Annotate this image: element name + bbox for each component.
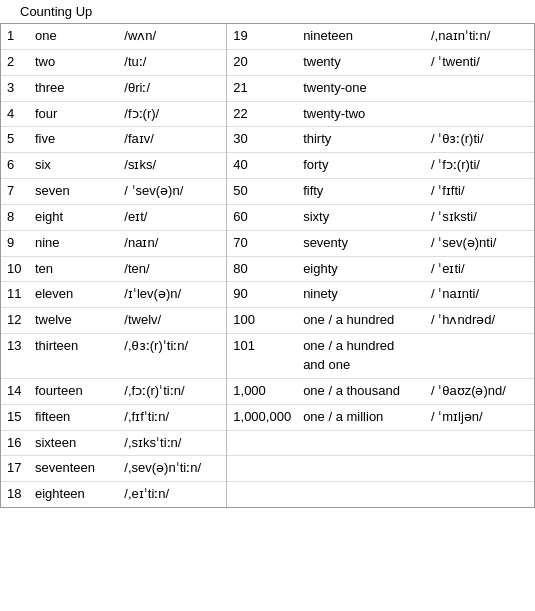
right-word: sixty [297, 204, 425, 230]
right-pronunciation: /,naɪnˈtiːn/ [425, 24, 534, 49]
table-row: 17 seventeen /,sev(ə)nˈtiːn/ [1, 456, 534, 482]
left-pronunciation: /,sɪksˈtiːn/ [118, 430, 226, 456]
table-row: 1 one /wʌn/ 19 nineteen /,naɪnˈtiːn/ [1, 24, 534, 49]
right-word [297, 430, 425, 456]
right-number: 101 [227, 334, 297, 379]
left-number: 16 [1, 430, 29, 456]
right-word: seventy [297, 230, 425, 256]
left-word: twelve [29, 308, 118, 334]
left-number: 15 [1, 404, 29, 430]
left-pronunciation: /tuː/ [118, 49, 226, 75]
right-pronunciation [425, 334, 534, 379]
left-pronunciation: /sɪks/ [118, 153, 226, 179]
right-word: twenty-two [297, 101, 425, 127]
left-word: eleven [29, 282, 118, 308]
left-word: seven [29, 179, 118, 205]
right-number: 100 [227, 308, 297, 334]
left-number: 12 [1, 308, 29, 334]
left-pronunciation: /twelv/ [118, 308, 226, 334]
right-pronunciation: / ˈfɔː(r)ti/ [425, 153, 534, 179]
right-pronunciation: / ˈθɜː(r)ti/ [425, 127, 534, 153]
right-word: thirty [297, 127, 425, 153]
right-number: 21 [227, 75, 297, 101]
left-pronunciation: /fɔː(r)/ [118, 101, 226, 127]
left-word: ten [29, 256, 118, 282]
right-pronunciation: / ˈsɪksti/ [425, 204, 534, 230]
left-number: 6 [1, 153, 29, 179]
left-number: 11 [1, 282, 29, 308]
left-number: 4 [1, 101, 29, 127]
table-row: 14 fourteen /,fɔː(r)ˈtiːn/ 1,000 one / a… [1, 378, 534, 404]
table-row: 9 nine /naɪn/ 70 seventy / ˈsev(ə)nti/ [1, 230, 534, 256]
left-number: 1 [1, 24, 29, 49]
left-pronunciation: /θriː/ [118, 75, 226, 101]
right-word: eighty [297, 256, 425, 282]
left-pronunciation: / ˈsev(ə)n/ [118, 179, 226, 205]
right-number [227, 456, 297, 482]
right-word: one / a million [297, 404, 425, 430]
left-number: 18 [1, 482, 29, 507]
left-pronunciation: /,eɪˈtiːn/ [118, 482, 226, 507]
right-number: 80 [227, 256, 297, 282]
left-pronunciation: /,sev(ə)nˈtiːn/ [118, 456, 226, 482]
left-word: fourteen [29, 378, 118, 404]
left-number: 10 [1, 256, 29, 282]
left-word: three [29, 75, 118, 101]
table-row: 2 two /tuː/ 20 twenty / ˈtwenti/ [1, 49, 534, 75]
right-word: one / a hundred [297, 308, 425, 334]
left-pronunciation: /naɪn/ [118, 230, 226, 256]
right-pronunciation: / ˈnaɪnti/ [425, 282, 534, 308]
right-number: 20 [227, 49, 297, 75]
right-number: 90 [227, 282, 297, 308]
right-word [297, 482, 425, 507]
right-number: 40 [227, 153, 297, 179]
counting-table: 1 one /wʌn/ 19 nineteen /,naɪnˈtiːn/ 2 t… [0, 24, 535, 508]
left-pronunciation: /,fɔː(r)ˈtiːn/ [118, 378, 226, 404]
right-number: 22 [227, 101, 297, 127]
table-row: 3 three /θriː/ 21 twenty-one [1, 75, 534, 101]
left-word: eight [29, 204, 118, 230]
right-word: one / a hundred and one [297, 334, 425, 379]
left-number: 13 [1, 334, 29, 379]
right-word [297, 456, 425, 482]
right-number: 1,000,000 [227, 404, 297, 430]
right-number: 30 [227, 127, 297, 153]
left-pronunciation: /,θɜː(r)ˈtiːn/ [118, 334, 226, 379]
right-word: one / a thousand [297, 378, 425, 404]
page-title: Counting Up [0, 0, 535, 24]
right-pronunciation: / ˈeɪti/ [425, 256, 534, 282]
right-word: nineteen [297, 24, 425, 49]
right-pronunciation: / ˈtwenti/ [425, 49, 534, 75]
right-pronunciation: / ˈhʌndrəd/ [425, 308, 534, 334]
left-number: 7 [1, 179, 29, 205]
right-number [227, 430, 297, 456]
left-pronunciation: /faɪv/ [118, 127, 226, 153]
table-row: 18 eighteen /,eɪˈtiːn/ [1, 482, 534, 507]
left-word: five [29, 127, 118, 153]
left-pronunciation: /eɪt/ [118, 204, 226, 230]
right-word: twenty-one [297, 75, 425, 101]
left-pronunciation: /ten/ [118, 256, 226, 282]
table-row: 11 eleven /ɪˈlev(ə)n/ 90 ninety / ˈnaɪnt… [1, 282, 534, 308]
right-pronunciation [425, 456, 534, 482]
left-word: fifteen [29, 404, 118, 430]
table-row: 15 fifteen /,fɪfˈtiːn/ 1,000,000 one / a… [1, 404, 534, 430]
table-row: 6 six /sɪks/ 40 forty / ˈfɔː(r)ti/ [1, 153, 534, 179]
table-row: 12 twelve /twelv/ 100 one / a hundred / … [1, 308, 534, 334]
left-word: thirteen [29, 334, 118, 379]
left-word: four [29, 101, 118, 127]
table-row: 5 five /faɪv/ 30 thirty / ˈθɜː(r)ti/ [1, 127, 534, 153]
left-word: six [29, 153, 118, 179]
right-pronunciation: / ˈmɪljən/ [425, 404, 534, 430]
right-number [227, 482, 297, 507]
left-number: 3 [1, 75, 29, 101]
table-row: 10 ten /ten/ 80 eighty / ˈeɪti/ [1, 256, 534, 282]
table-row: 16 sixteen /,sɪksˈtiːn/ [1, 430, 534, 456]
right-pronunciation: / ˈfɪfti/ [425, 179, 534, 205]
right-word: fifty [297, 179, 425, 205]
left-pronunciation: /,fɪfˈtiːn/ [118, 404, 226, 430]
right-pronunciation: / ˈsev(ə)nti/ [425, 230, 534, 256]
left-number: 9 [1, 230, 29, 256]
table-row: 13 thirteen /,θɜː(r)ˈtiːn/ 101 one / a h… [1, 334, 534, 379]
right-pronunciation [425, 101, 534, 127]
